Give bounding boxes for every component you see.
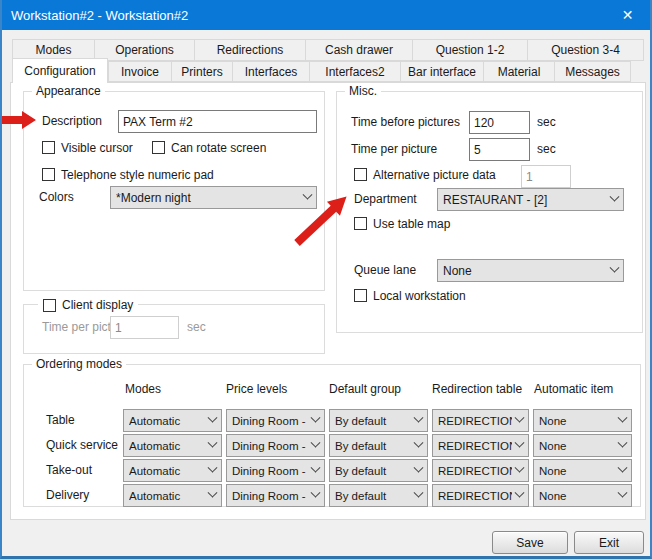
- tab-interfaces2[interactable]: Interfaces2: [309, 61, 401, 82]
- local-workstation-checkbox[interactable]: [354, 289, 367, 302]
- chevron-down-icon: [618, 463, 628, 473]
- client-display-group: Client display Time per picture sec: [23, 304, 325, 354]
- chevron-down-icon: [515, 438, 525, 448]
- take-out-price-dropdown[interactable]: Dining Room - [1]: [226, 459, 325, 482]
- quick-service-redirection-dropdown[interactable]: REDIRECTION: [432, 434, 529, 457]
- delivery-price-dropdown[interactable]: Dining Room - [1]: [226, 484, 325, 507]
- close-icon[interactable]: ✕: [605, 0, 650, 30]
- workstation-dialog: Workstation#2 - Workstation#2 ✕ Modes Op…: [0, 0, 652, 559]
- client-time-per-picture-input: [110, 316, 179, 339]
- configuration-page: Appearance Description Visible cursor Ca…: [10, 82, 646, 520]
- tab-operations[interactable]: Operations: [94, 39, 195, 61]
- delivery-redirection-dropdown[interactable]: REDIRECTION: [432, 484, 529, 507]
- can-rotate-screen-checkbox[interactable]: [152, 141, 165, 154]
- visible-cursor-checkbox[interactable]: [42, 141, 55, 154]
- chevron-down-icon: [311, 463, 321, 473]
- row-label-quick-service: Quick service: [46, 438, 118, 452]
- tab-question-3-4[interactable]: Question 3-4: [527, 39, 644, 61]
- column-header-automatic-item: Automatic item: [534, 382, 613, 396]
- tab-question-1-2[interactable]: Question 1-2: [412, 39, 528, 61]
- delivery-auto-item-dropdown[interactable]: None: [533, 484, 632, 507]
- alternative-picture-data-input: [521, 165, 571, 188]
- chevron-down-icon: [208, 438, 218, 448]
- time-per-picture-input[interactable]: [469, 138, 530, 161]
- client-display-checkbox[interactable]: [43, 299, 56, 312]
- row-label-delivery: Delivery: [46, 488, 89, 502]
- chevron-down-icon: [515, 463, 525, 473]
- window-title: Workstation#2 - Workstation#2: [2, 8, 188, 23]
- chevron-down-icon: [618, 488, 628, 498]
- tab-printers[interactable]: Printers: [171, 61, 233, 82]
- save-button[interactable]: Save: [492, 531, 568, 554]
- chevron-down-icon: [414, 463, 424, 473]
- appearance-legend: Appearance: [32, 84, 105, 98]
- time-before-pictures-input[interactable]: [469, 111, 530, 134]
- quick-service-group-dropdown[interactable]: By default: [329, 434, 428, 457]
- local-workstation-label: Local workstation: [373, 289, 466, 303]
- chevron-down-icon: [311, 413, 321, 423]
- table-modes-dropdown[interactable]: Automatic: [123, 409, 222, 432]
- column-header-modes: Modes: [125, 382, 161, 396]
- take-out-modes-dropdown[interactable]: Automatic: [123, 459, 222, 482]
- visible-cursor-label: Visible cursor: [61, 141, 133, 155]
- misc-group: Misc. Time before pictures sec Time per …: [336, 91, 643, 333]
- use-table-map-label: Use table map: [373, 217, 450, 231]
- tab-cash-drawer[interactable]: Cash drawer: [305, 39, 413, 61]
- chevron-down-icon: [208, 463, 218, 473]
- telephone-numeric-pad-checkbox[interactable]: [42, 168, 55, 181]
- chevron-down-icon: [303, 190, 313, 200]
- tab-redirections[interactable]: Redirections: [194, 39, 306, 61]
- chevron-down-icon: [618, 438, 628, 448]
- client-display-label: Client display: [62, 298, 133, 312]
- quick-service-modes-dropdown[interactable]: Automatic: [123, 434, 222, 457]
- table-price-dropdown[interactable]: Dining Room - [1]: [226, 409, 325, 432]
- tab-material[interactable]: Material: [483, 61, 555, 82]
- chevron-down-icon: [208, 488, 218, 498]
- ordering-modes-legend: Ordering modes: [32, 357, 126, 371]
- row-label-take-out: Take-out: [46, 463, 92, 477]
- department-dropdown[interactable]: RESTAURANT - [2]: [437, 188, 624, 211]
- column-header-default-group: Default group: [329, 382, 401, 396]
- chevron-down-icon: [414, 488, 424, 498]
- delivery-group-dropdown[interactable]: By default: [329, 484, 428, 507]
- ordering-modes-group: Ordering modes Modes Price levels Defaul…: [23, 364, 641, 507]
- time-per-sec-label: sec: [537, 142, 556, 156]
- take-out-group-dropdown[interactable]: By default: [329, 459, 428, 482]
- chevron-down-icon: [515, 413, 525, 423]
- delivery-modes-dropdown[interactable]: Automatic: [123, 484, 222, 507]
- tab-messages[interactable]: Messages: [554, 61, 631, 82]
- chevron-down-icon: [610, 192, 620, 202]
- quick-service-price-dropdown[interactable]: Dining Room - [1]: [226, 434, 325, 457]
- quick-service-auto-item-dropdown[interactable]: None: [533, 434, 632, 457]
- exit-button[interactable]: Exit: [574, 531, 644, 554]
- chevron-down-icon: [208, 413, 218, 423]
- table-redirection-dropdown[interactable]: REDIRECTION: [432, 409, 529, 432]
- time-before-sec-label: sec: [537, 115, 556, 129]
- table-group-dropdown[interactable]: By default: [329, 409, 428, 432]
- table-auto-item-dropdown[interactable]: None: [533, 409, 632, 432]
- tab-invoice[interactable]: Invoice: [108, 61, 172, 82]
- time-before-pictures-label: Time before pictures: [351, 115, 460, 129]
- tab-interfaces[interactable]: Interfaces: [232, 61, 310, 82]
- description-input[interactable]: [118, 110, 317, 133]
- use-table-map-checkbox[interactable]: [354, 217, 367, 230]
- alternative-picture-data-checkbox[interactable]: [354, 168, 367, 181]
- chevron-down-icon: [618, 413, 628, 423]
- take-out-redirection-dropdown[interactable]: REDIRECTION: [432, 459, 529, 482]
- time-per-picture-label: Time per picture: [351, 142, 437, 156]
- column-header-redirection-table: Redirection table: [432, 382, 522, 396]
- colors-dropdown[interactable]: *Modern night: [110, 186, 317, 209]
- description-label: Description: [42, 114, 102, 128]
- department-label: Department: [354, 192, 417, 206]
- chevron-down-icon: [414, 438, 424, 448]
- column-header-price-levels: Price levels: [226, 382, 287, 396]
- tab-configuration[interactable]: Configuration: [12, 58, 108, 83]
- take-out-auto-item-dropdown[interactable]: None: [533, 459, 632, 482]
- client-display-legend: Client display: [38, 298, 138, 312]
- can-rotate-screen-label: Can rotate screen: [171, 141, 266, 155]
- tab-bar-interface[interactable]: Bar interface: [400, 61, 484, 82]
- appearance-group: Appearance Description Visible cursor Ca…: [23, 91, 325, 291]
- chevron-down-icon: [311, 488, 321, 498]
- chevron-down-icon: [610, 263, 620, 273]
- queue-lane-dropdown[interactable]: None: [437, 259, 624, 282]
